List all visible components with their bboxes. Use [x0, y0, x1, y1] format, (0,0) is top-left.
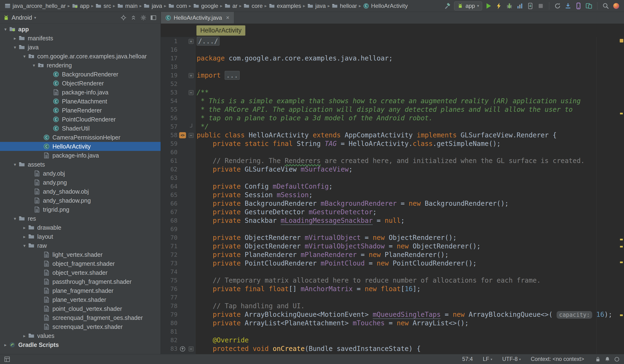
code-line-75[interactable]: 75 // Temporary matrix allocated here to…	[161, 276, 624, 285]
breadcrumb-item-helloar[interactable]: helloar	[331, 2, 358, 10]
code-line-54[interactable]: 54 * This is a simple example that shows…	[161, 97, 624, 105]
code-line-19[interactable]: 19+import ...	[161, 71, 624, 80]
warning-stripe-mark[interactable]	[620, 314, 623, 316]
code-line-78[interactable]: 78 // Tap handling and UI.	[161, 302, 624, 310]
tree-item-values[interactable]: ▸values	[0, 331, 161, 340]
circle-icon[interactable]	[613, 356, 621, 363]
tree-item-andy_shadow.obj[interactable]: andy_shadow.obj	[0, 187, 161, 196]
breadcrumb-item-examples[interactable]: examples	[268, 2, 303, 10]
tree-item-raw[interactable]: ▾raw	[0, 241, 161, 250]
code-line-70[interactable]: 70 private ObjectRenderer mVirtualObject…	[161, 234, 624, 242]
code-line-62[interactable]: 62 private GLSurfaceView mSurfaceView;	[161, 165, 624, 174]
tree-item-res[interactable]: ▾res	[0, 214, 161, 223]
tree-item-assets[interactable]: ▾assets	[0, 160, 161, 169]
tree-item-plane_vertex.shader[interactable]: plane_vertex.shader	[0, 295, 161, 304]
tree-item-passthrough_fragment.shader[interactable]: passthrough_fragment.shader	[0, 277, 161, 286]
warning-stripe-mark[interactable]	[620, 239, 623, 240]
tree-item-andy.png[interactable]: andy.png	[0, 178, 161, 187]
code-line-1[interactable]: 1+/.../	[161, 37, 624, 46]
tree-item-drawable[interactable]: ▸drawable	[0, 223, 161, 232]
code-line-58[interactable]: 58<>−public class HelloArActivity extend…	[161, 131, 624, 139]
tree-expanded-arrow[interactable]: ▾	[21, 54, 28, 59]
code-line-69[interactable]: 69	[161, 225, 624, 234]
tree-item-HelloArActivity[interactable]: CHelloArActivity	[0, 142, 161, 151]
tree-collapsed-arrow[interactable]: ▸	[21, 333, 28, 338]
code-line-77[interactable]: 77	[161, 293, 624, 302]
code-line-61[interactable]: 61 // Rendering. The Renderers are creat…	[161, 156, 624, 165]
tree-item-plane_fragment.shader[interactable]: plane_fragment.shader	[0, 286, 161, 295]
tree-expanded-arrow[interactable]: ▾	[30, 63, 37, 68]
tree-collapsed-arrow[interactable]: ▸	[21, 234, 28, 239]
lock-icon[interactable]	[594, 356, 602, 363]
breadcrumb-item-java_arcore_hello_ar[interactable]: java_arcore_hello_ar	[3, 2, 67, 10]
tree-expanded-arrow[interactable]: ▾	[11, 45, 19, 50]
toolwindow-switcher-icon[interactable]	[3, 356, 11, 363]
code-line-83[interactable]: 83− protected void onCreate(Bundle saved…	[161, 344, 624, 353]
line-separator-indicator[interactable]: LF ▾	[483, 356, 492, 362]
warning-stripe-mark[interactable]	[620, 261, 623, 263]
code-line-79[interactable]: 79 private ArrayBlockingQueue<MotionEven…	[161, 310, 624, 319]
avd-manager-icon[interactable]	[574, 1, 583, 10]
warning-stripe-mark[interactable]	[620, 113, 623, 114]
code-line-17[interactable]: 17package com.google.ar.core.examples.ja…	[161, 54, 624, 63]
code-line-52[interactable]: 52	[161, 80, 624, 88]
code-line-76[interactable]: 76 private final float[] mAnchorMatrix =…	[161, 285, 624, 293]
tree-item-rendering[interactable]: ▾rendering	[0, 61, 161, 70]
tree-item-ShaderUtil[interactable]: CShaderUtil	[0, 124, 161, 133]
breadcrumb-item-com[interactable]: com	[167, 2, 188, 10]
hide-panel-icon[interactable]	[149, 13, 158, 22]
tree-item-object_vertex.shader[interactable]: object_vertex.shader	[0, 268, 161, 277]
attach-debugger-icon[interactable]	[526, 1, 535, 10]
warning-stripe-mark[interactable]	[620, 246, 623, 247]
overrides-method-gutter-icon[interactable]	[178, 346, 187, 352]
code-line-63[interactable]: 63	[161, 174, 624, 182]
breadcrumb-item-core[interactable]: core	[242, 2, 264, 10]
breadcrumb-item-HelloArActivity[interactable]: CHelloArActivity	[362, 2, 409, 10]
tree-item-screenquad_fragment_oes.shader[interactable]: screenquad_fragment_oes.shader	[0, 313, 161, 322]
tree-item-PlaneRenderer[interactable]: CPlaneRenderer	[0, 106, 161, 115]
tree-item-object_fragment.shader[interactable]: object_fragment.shader	[0, 259, 161, 268]
fold-marker-end[interactable]	[187, 126, 195, 128]
sdk-manager-icon[interactable]	[564, 1, 572, 10]
tree-expanded-arrow[interactable]: ▾	[11, 162, 19, 167]
code-line-16[interactable]: 16	[161, 46, 624, 54]
breadcrumb-item-java[interactable]: java	[142, 2, 163, 10]
code-line-81[interactable]: 81	[161, 327, 624, 336]
code-line-80[interactable]: 80 private ArrayList<PlaneAttachment> mT…	[161, 319, 624, 327]
close-tab-icon[interactable]: ✕	[226, 15, 230, 20]
tree-item-package-info.java[interactable]: package-info.java	[0, 88, 161, 97]
error-stripe[interactable]	[619, 37, 624, 354]
debug-icon[interactable]	[505, 1, 514, 10]
breadcrumb-item-main[interactable]: main	[116, 2, 139, 10]
tree-item-app[interactable]: ▾app	[0, 25, 161, 34]
code-line-55[interactable]: 55 * the ARCore API. The application wil…	[161, 105, 624, 114]
tree-item-CameraPermissionHelper[interactable]: CCameraPermissionHelper	[0, 133, 161, 142]
gradle-sync-icon[interactable]	[553, 1, 562, 10]
fold-marker-minus[interactable]: −	[187, 133, 195, 138]
tree-item-java[interactable]: ▾java	[0, 43, 161, 52]
context-indicator[interactable]: Context: <no context>	[531, 356, 584, 362]
build-hammer-icon[interactable]	[443, 1, 452, 10]
tree-collapsed-arrow[interactable]: ▸	[21, 225, 28, 230]
tree-expanded-arrow[interactable]: ▾	[21, 243, 28, 248]
code-line-64[interactable]: 64 private Config mDefaultConfig;	[161, 182, 624, 191]
breadcrumb-item-google[interactable]: google	[192, 2, 219, 10]
encoding-indicator[interactable]: UTF-8 ▾	[502, 356, 521, 362]
tree-item-PointCloudRenderer[interactable]: CPointCloudRenderer	[0, 115, 161, 124]
related-symbol-gutter-icon[interactable]: <>	[178, 132, 187, 138]
tree-item-andy.obj[interactable]: andy.obj	[0, 169, 161, 178]
code-line-66[interactable]: 66 private BackgroundRenderer mBackgroun…	[161, 199, 624, 208]
settings-gear-icon[interactable]	[139, 13, 148, 22]
code-line-57[interactable]: 57 */	[161, 122, 624, 131]
tree-expanded-arrow[interactable]: ▾	[11, 216, 19, 221]
run-icon[interactable]	[484, 1, 493, 10]
code-line-71[interactable]: 71 private ObjectRenderer mVirtualObject…	[161, 242, 624, 251]
breadcrumb-item-src[interactable]: src	[94, 2, 112, 10]
breadcrumb-item-app[interactable]: app	[71, 2, 91, 10]
tree-item-PlaneAttachment[interactable]: CPlaneAttachment	[0, 97, 161, 106]
tree-item-Gradle Scripts[interactable]: ▸Gradle Scripts	[0, 340, 161, 349]
tree-item-manifests[interactable]: ▸manifests	[0, 34, 161, 43]
collapse-all-icon[interactable]	[129, 13, 138, 22]
caret-position[interactable]: 57:4	[462, 356, 473, 362]
code-line-59[interactable]: 59 private static final String TAG = Hel…	[161, 139, 624, 148]
